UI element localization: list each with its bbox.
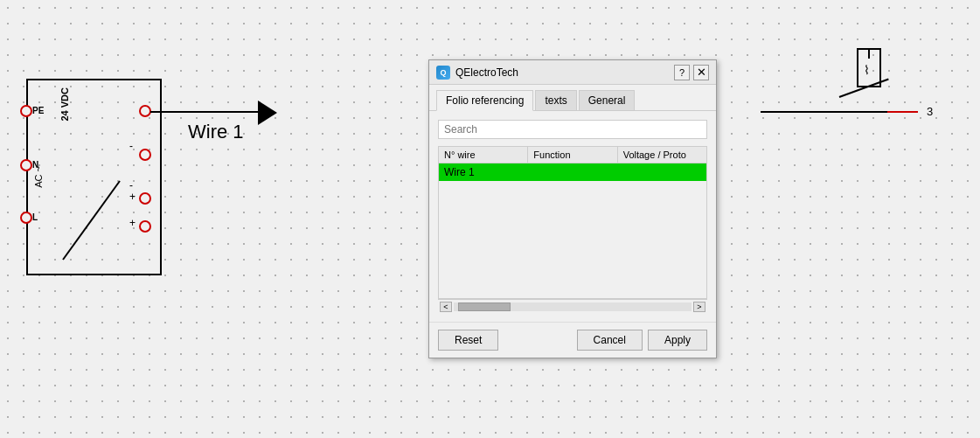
app-icon: Q: [436, 66, 450, 80]
table-body: Wire 1: [439, 163, 706, 290]
terminal-pe: [20, 105, 32, 117]
tab-general[interactable]: General: [579, 90, 636, 110]
terminal-n: [20, 159, 32, 171]
label-pe: PE: [32, 106, 44, 115]
footer-left: Reset: [438, 330, 498, 351]
wire1-label: Wire 1: [188, 121, 244, 143]
reset-button[interactable]: Reset: [438, 330, 498, 351]
label-ac: AC ~: [33, 166, 44, 188]
label-3: 3: [927, 105, 933, 118]
table-header: N° wire Function Voltage / Proto: [439, 147, 706, 163]
dialog-title-left: Q QElectroTech: [436, 66, 518, 80]
tab-folio-referencing[interactable]: Folio referencing: [436, 90, 533, 111]
arrow-head: [258, 101, 277, 125]
svg-text:⌇: ⌇: [864, 64, 870, 77]
close-button[interactable]: ✕: [693, 65, 709, 80]
terminal-r1: [139, 105, 151, 117]
tab-texts[interactable]: texts: [535, 90, 576, 110]
dialog-titlebar: Q QElectroTech ? ✕: [429, 60, 716, 85]
svg-line-0: [63, 181, 120, 260]
footer-right: Cancel Apply: [577, 330, 707, 351]
col-voltage: Voltage / Proto: [618, 147, 706, 163]
label-l: L: [32, 212, 38, 222]
scroll-right-arrow[interactable]: >: [693, 302, 705, 312]
dialog-tabs: Folio referencing texts General: [429, 85, 716, 111]
dialog-controls: ? ✕: [674, 65, 709, 80]
cell-n-wire: Wire 1: [439, 163, 528, 181]
col-function: Function: [528, 147, 617, 163]
right-wire-red: [887, 111, 918, 113]
cancel-button[interactable]: Cancel: [577, 330, 643, 351]
terminal-r3: [139, 192, 151, 205]
scroll-thumb[interactable]: [458, 302, 511, 311]
scroll-left-arrow[interactable]: <: [440, 302, 452, 312]
label-plus1: +: [129, 191, 136, 203]
label-minus1: -: [129, 140, 133, 152]
help-button[interactable]: ?: [674, 65, 690, 80]
search-input[interactable]: [438, 120, 707, 139]
table-row[interactable]: Wire 1: [439, 163, 706, 181]
dialog-footer: Reset Cancel Apply: [429, 322, 716, 358]
label-minus2: -: [129, 179, 133, 191]
wire-table: N° wire Function Voltage / Proto Wire 1: [438, 146, 707, 299]
terminal-r2: [139, 149, 151, 161]
cell-voltage: [617, 163, 706, 181]
col-n-wire: N° wire: [439, 147, 528, 163]
cell-function: [528, 163, 617, 181]
terminal-l: [20, 212, 32, 224]
terminal-r4: [139, 220, 151, 233]
ps-diagonal: [59, 177, 124, 264]
label-plus2: +: [129, 217, 136, 229]
dialog-qelectrotech: Q QElectroTech ? ✕ Folio referencing tex…: [428, 59, 717, 358]
apply-button[interactable]: Apply: [648, 330, 707, 351]
dialog-content: N° wire Function Voltage / Proto Wire 1 …: [429, 111, 716, 322]
label-24vdc: 24 VDC: [59, 87, 70, 122]
horizontal-scrollbar[interactable]: < >: [438, 299, 707, 313]
main-wire: [150, 111, 264, 113]
scroll-track[interactable]: [454, 302, 692, 311]
dialog-title: QElectroTech: [455, 66, 518, 79]
